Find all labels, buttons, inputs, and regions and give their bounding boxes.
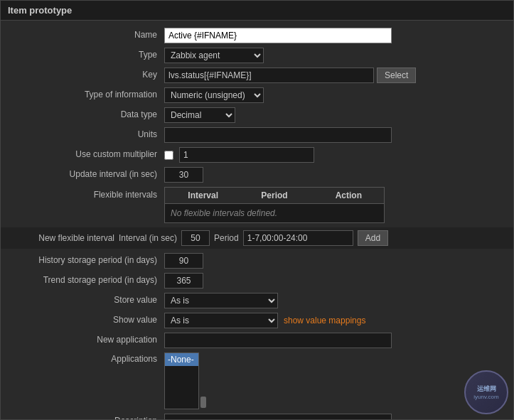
flexible-header-row: Interval Period Action [165,188,384,204]
trend-row: Trend storage period (in days) [1,273,513,289]
new-application-input[interactable] [164,333,392,348]
multiplier-input[interactable] [179,147,314,163]
interval-header: Interval [165,190,235,200]
data-type-label: Data type [8,107,164,119]
flexible-intervals-row: Flexible intervals Interval Period Actio… [1,187,513,223]
units-input[interactable] [164,127,392,143]
new-application-row: New application [1,333,513,348]
units-control [164,127,506,143]
description-row: Description [1,414,513,419]
applications-row: Applications -None- [1,352,513,409]
history-control [164,253,506,269]
history-row: History storage period (in days) [1,253,513,269]
data-type-select[interactable]: Decimal Octal Hexadecimal Boolean [164,107,235,123]
data-type-row: Data type Decimal Octal Hexadecimal Bool… [1,107,513,123]
title-text: Item prototype [8,5,72,16]
key-control: Select [164,68,506,83]
type-label: Type [8,48,164,60]
data-type-control: Decimal Octal Hexadecimal Boolean [164,107,506,123]
name-control [164,28,506,43]
key-label: Key [8,68,164,80]
type-row: Type Zabbix agent Zabbix agent (active) … [1,48,513,63]
item-prototype-window: Item prototype Name Type Zabbix agent Za… [0,0,514,420]
applications-list-wrap: -None- [164,352,207,409]
watermark-text2: iyunv.com [473,394,498,400]
add-button[interactable]: Add [358,230,388,246]
key-row: Key Select [1,68,513,83]
multiplier-control [164,147,506,163]
show-value-label: Show value [8,313,164,325]
name-label: Name [8,28,164,40]
show-value-mappings-link[interactable]: show value mappings [284,316,365,325]
units-label: Units [8,127,164,139]
watermark-circle: 运维网 iyunv.com [464,370,508,414]
description-textarea[interactable] [164,414,392,419]
multiplier-checkbox[interactable] [164,151,173,160]
flexible-intervals-control: Interval Period Action No flexible inter… [164,187,506,223]
description-label: Description [8,414,164,419]
new-flexible-interval-label: New flexible interval [8,233,114,243]
flexible-intervals-label: Flexible intervals [8,187,164,200]
type-of-info-row: Type of information Numeric (unsigned) N… [1,87,513,103]
scroll-thumb [200,397,206,408]
trend-label: Trend storage period (in days) [8,273,164,285]
update-interval-input[interactable] [164,167,203,183]
show-value-select[interactable]: As is [164,313,278,328]
window-title: Item prototype [1,1,513,21]
store-value-label: Store value [8,293,164,305]
form-content: Name Type Zabbix agent Zabbix agent (act… [1,21,513,419]
name-input[interactable] [164,28,392,43]
period-input[interactable] [243,230,353,246]
update-interval-label: Update interval (in sec) [8,167,164,179]
type-of-info-select[interactable]: Numeric (unsigned) Numeric (float) Chara… [164,87,264,103]
applications-control: -None- [164,352,506,409]
period-header: Period [235,190,313,200]
type-of-info-label: Type of information [8,87,164,99]
new-flexible-interval-row: New flexible interval Interval (in sec) … [1,227,513,249]
flexible-no-data: No flexible intervals defined. [165,204,384,222]
watermark: 运维网 iyunv.com [464,370,508,414]
trend-input[interactable] [164,273,203,289]
type-select[interactable]: Zabbix agent Zabbix agent (active) Simpl… [164,48,264,63]
key-input[interactable] [164,68,374,83]
show-value-control: As is show value mappings [164,313,506,328]
period-label: Period [214,233,239,243]
new-interval-input[interactable] [181,230,210,246]
type-of-info-control: Numeric (unsigned) Numeric (float) Chara… [164,87,506,103]
show-value-row: Show value As is show value mappings [1,313,513,328]
multiplier-label: Use custom multiplier [8,147,164,159]
store-value-select[interactable]: As is Delta (speed per second) Delta (si… [164,293,278,308]
action-header: Action [314,190,384,200]
update-interval-row: Update interval (in sec) [1,167,513,183]
store-value-control: As is Delta (speed per second) Delta (si… [164,293,506,308]
history-label: History storage period (in days) [8,253,164,265]
multiplier-row: Use custom multiplier [1,147,513,163]
new-application-control [164,333,506,348]
scroll-bar [198,352,207,409]
new-application-label: New application [8,333,164,345]
select-button[interactable]: Select [377,68,416,83]
description-control [164,414,506,419]
type-control: Zabbix agent Zabbix agent (active) Simpl… [164,48,506,63]
applications-label: Applications [8,352,164,364]
update-interval-control [164,167,506,183]
trend-control [164,273,506,289]
history-input[interactable] [164,253,203,269]
flexible-intervals-table: Interval Period Action No flexible inter… [164,187,385,223]
units-row: Units [1,127,513,143]
name-row: Name [1,28,513,43]
interval-in-sec-label: Interval (in sec) [119,233,177,243]
store-value-row: Store value As is Delta (speed per secon… [1,293,513,308]
watermark-text1: 运维网 [477,384,496,394]
